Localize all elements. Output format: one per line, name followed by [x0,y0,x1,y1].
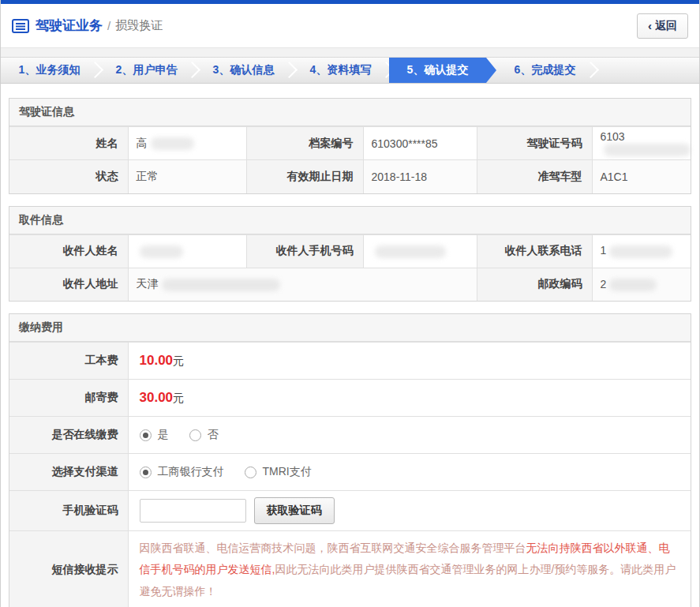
channel-icbc-option[interactable]: 工商银行支付 [140,465,224,479]
page-title: 驾驶证业务 [36,17,103,35]
delivery-section-title: 取件信息 [9,207,691,234]
license-info-table: 姓名 高 档案编号 610300****85 驾驶证号码 6103 状态 正常 … [9,126,691,193]
license-info-section: 驾驶证信息 姓名 高 档案编号 610300****85 驾驶证号码 6103 … [9,98,691,194]
channel-tmri-option[interactable]: TMRI支付 [245,465,312,479]
recipient-phone-value: 1 [592,234,691,268]
sms-code-label: 手机验证码 [9,491,128,531]
radio-label: TMRI支付 [263,465,312,479]
work-fee-amount: 10.00 [140,353,174,368]
post-fee-unit: 元 [173,392,184,404]
post-fee-value: 30.00元 [128,380,691,417]
header-divider-band [1,47,699,57]
recipient-name-label: 收件人姓名 [9,234,128,268]
step-progress-bar: 1、业务须知 2、用户申告 3、确认信息 4、资料填写 5、确认提交 6、完成提… [1,57,699,84]
redacted-smear [140,245,183,258]
step-6-complete-submit[interactable]: 6、完成提交 [496,58,593,83]
step-label: 6、完成提交 [515,63,576,77]
step-3-confirm-info[interactable]: 3、确认信息 [195,58,292,83]
name-value: 高 [128,127,246,160]
work-fee-unit: 元 [173,354,184,367]
table-row: 选择支付渠道 工商银行支付 TMRI支付 [9,454,691,491]
table-row: 收件人地址 天津 邮政编码 2 [9,268,691,301]
step-label: 1、业务须知 [19,63,80,77]
online-pay-options: 是 否 [128,417,691,454]
table-row: 工本费 10.00元 [9,343,691,380]
step-label: 5、确认提交 [407,63,469,77]
valid-until-label: 有效期止日期 [246,160,363,193]
recipient-mobile-value [363,234,477,268]
payment-table: 工本费 10.00元 邮寄费 30.00元 是否在线缴费 [9,342,691,607]
recipient-address-label: 收件人地址 [9,268,128,301]
radio-checked-icon[interactable] [140,429,152,441]
work-fee-value: 10.00元 [128,343,691,380]
work-fee-label: 工本费 [9,343,128,380]
sms-hint-label: 短信接收提示 [9,531,128,607]
radio-checked-icon[interactable] [140,466,152,478]
back-button-label: 返回 [655,19,677,33]
page-container: 驾驶证业务 / 损毁换证 ‹ 返回 1、业务须知 2、用户申告 3、确认信息 4… [0,0,700,607]
sms-hint-message: 因陕西省联通、电信运营商技术问题，陕西省互联网交通安全综合服务管理平台无法向持陕… [140,538,680,602]
name-label: 姓名 [9,127,128,160]
business-list-icon [12,19,29,33]
redacted-smear [375,245,446,258]
back-chevron-icon: ‹ [648,20,652,32]
table-row: 状态 正常 有效期止日期 2018-11-18 准驾车型 A1C1 [9,160,691,193]
table-row: 收件人姓名 收件人手机号码 收件人联系电话 1 [9,234,691,268]
radio-label: 是 [158,428,169,442]
breadcrumb-current: 损毁换证 [115,18,163,33]
payment-section: 缴纳费用 工本费 10.00元 邮寄费 30.00元 是否在线缴费 [9,313,691,607]
table-row: 是否在线缴费 是 否 [9,417,691,454]
license-section-title: 驾驶证信息 [9,99,691,126]
delivery-info-table: 收件人姓名 收件人手机号码 收件人联系电话 1 收件人地址 天津 邮政编码 2 [9,234,691,302]
get-sms-code-button[interactable]: 获取验证码 [254,497,335,524]
vehicle-class-label: 准驾车型 [477,160,592,193]
radio-unchecked-icon[interactable] [189,429,201,441]
vehicle-class-value: A1C1 [592,160,691,193]
payment-section-title: 缴纳费用 [9,314,691,342]
redacted-smear [609,279,657,291]
hint-part-1: 因陕西省联通、电信运营商技术问题，陕西省互联网交通安全综合服务管理平台 [140,541,526,554]
step-1-business-notice[interactable]: 1、业务须知 [1,58,98,83]
sms-code-input[interactable] [140,499,246,523]
table-row: 姓名 高 档案编号 610300****85 驾驶证号码 6103 [9,127,691,160]
step-5-confirm-submit-active[interactable]: 5、确认提交 [389,58,496,83]
step-4-fill-materials[interactable]: 4、资料填写 [292,58,389,83]
license-no-label: 驾驶证号码 [477,127,592,160]
recipient-phone-label: 收件人联系电话 [477,234,592,268]
status-value: 正常 [128,160,246,193]
online-pay-yes-option[interactable]: 是 [140,428,169,442]
redacted-smear [609,245,672,258]
post-fee-label: 邮寄费 [9,380,128,417]
recipient-name-value [128,234,246,268]
redacted-smear [604,144,691,156]
radio-unchecked-icon[interactable] [245,466,256,478]
sms-code-field-cell: 获取验证码 [128,491,691,531]
step-label: 3、确认信息 [213,63,275,77]
recipient-address-value: 天津 [128,268,477,301]
step-separator-chevron-icon [582,62,599,78]
delivery-info-section: 取件信息 收件人姓名 收件人手机号码 收件人联系电话 1 收件人地址 天津 邮政… [9,206,691,302]
radio-label: 工商银行支付 [158,465,224,479]
file-no-value: 610300****85 [363,127,477,160]
step-2-user-declaration[interactable]: 2、用户申告 [98,58,195,83]
back-button[interactable]: ‹ 返回 [637,13,688,39]
table-row: 手机验证码 获取验证码 [9,491,691,531]
breadcrumb-divider: / [107,19,110,32]
redacted-smear [151,137,194,150]
postal-code-value: 2 [592,268,691,301]
file-no-label: 档案编号 [246,127,363,160]
table-row: 邮寄费 30.00元 [9,380,691,417]
main-content: 驾驶证信息 姓名 高 档案编号 610300****85 驾驶证号码 6103 … [1,84,699,607]
page-header: 驾驶证业务 / 损毁换证 ‹ 返回 [1,4,699,47]
step-label: 4、资料填写 [310,63,372,77]
post-fee-amount: 30.00 [140,390,174,405]
sms-hint-cell: 因陕西省联通、电信运营商技术问题，陕西省互联网交通安全综合服务管理平台无法向持陕… [128,531,691,607]
pay-channel-label: 选择支付渠道 [9,454,128,491]
valid-until-value: 2018-11-18 [363,160,477,193]
step-label: 2、用户申告 [116,63,178,77]
radio-label: 否 [208,428,219,442]
postal-code-label: 邮政编码 [477,268,592,301]
online-pay-label: 是否在线缴费 [9,417,128,454]
online-pay-no-option[interactable]: 否 [189,428,219,442]
table-row: 短信接收提示 因陕西省联通、电信运营商技术问题，陕西省互联网交通安全综合服务管理… [9,531,691,607]
